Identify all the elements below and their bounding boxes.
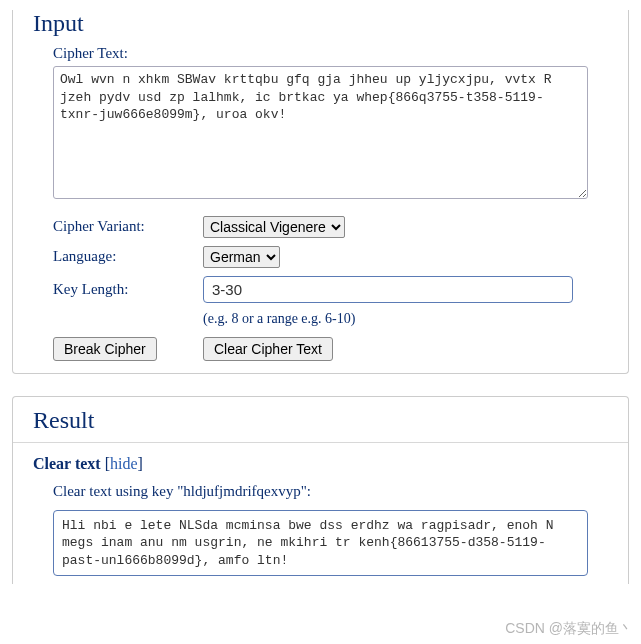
hide-link[interactable]: hide — [110, 455, 138, 472]
input-panel: Input Cipher Text: Owl wvn n xhkm SBWav … — [12, 10, 629, 374]
key-length-label: Key Length: — [53, 281, 203, 298]
clear-text-output[interactable]: Hli nbi e lete NLSda mcminsa bwe dss erd… — [53, 510, 588, 577]
input-inner: Cipher Text: Owl wvn n xhkm SBWav krttqb… — [13, 45, 628, 361]
language-select[interactable]: German — [203, 246, 280, 268]
row-key-length: Key Length: — [53, 276, 588, 303]
result-divider — [13, 442, 628, 443]
cipher-variant-select[interactable]: Classical Vigenere — [203, 216, 345, 238]
clear-text-bold: Clear text — [33, 455, 101, 472]
row-language: Language: German — [53, 246, 588, 268]
result-panel: Result Clear text [hide] Clear text usin… — [12, 396, 629, 585]
result-lead: Clear text [hide] — [33, 455, 608, 473]
key-line: Clear text using key "hldjufjmdrifqexvyp… — [53, 483, 588, 500]
variant-label: Cipher Variant: — [53, 218, 203, 235]
language-label: Language: — [53, 248, 203, 265]
row-variant: Cipher Variant: Classical Vigenere — [53, 216, 588, 238]
clear-cipher-text-button[interactable]: Clear Cipher Text — [203, 337, 333, 361]
key-length-hint: (e.g. 8 or a range e.g. 6-10) — [203, 311, 588, 327]
break-cipher-button[interactable]: Break Cipher — [53, 337, 157, 361]
key-length-input[interactable] — [203, 276, 573, 303]
cipher-text-label: Cipher Text: — [53, 45, 588, 62]
result-inner: Clear text using key "hldjufjmdrifqexvyp… — [13, 483, 628, 577]
result-heading: Result — [33, 407, 608, 434]
cipher-text-input[interactable]: Owl wvn n xhkm SBWav krttqbu gfq gja jhh… — [53, 66, 588, 199]
input-heading: Input — [33, 10, 608, 37]
button-row: Break Cipher Clear Cipher Text — [53, 337, 588, 361]
